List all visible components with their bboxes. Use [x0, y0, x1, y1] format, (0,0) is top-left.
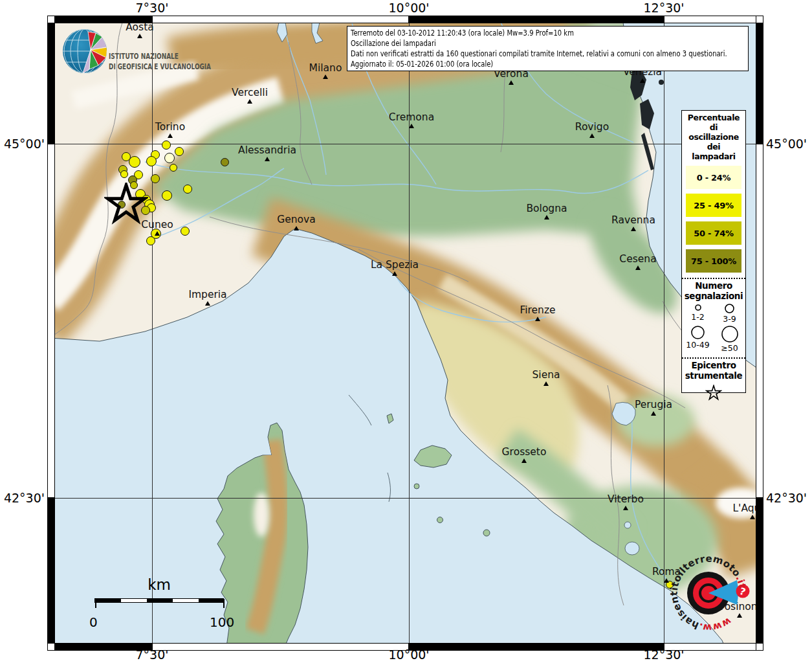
- scale-segment: [121, 599, 147, 602]
- city-marker: [543, 381, 549, 386]
- legend-title: Percentuale di oscillazione dei lampadar…: [682, 113, 745, 161]
- count-circle-icon: [690, 324, 706, 341]
- frame-right-seg: [756, 23, 763, 144]
- city-label: Ravenna: [588, 214, 679, 226]
- scale-bar: km 0 100: [80, 576, 248, 629]
- city-label: Rovigo: [547, 121, 637, 133]
- city-label: Alessandria: [222, 144, 313, 156]
- info-line-updated: Aggiornato il: 05-01-2026 01:00 (ora loc…: [351, 59, 666, 69]
- legend-count-item: ≥50: [716, 324, 744, 352]
- map-area: AostaMilanoVercelliTorinoCremonaVeronaVe…: [54, 23, 756, 643]
- count-circle-icon: [723, 302, 736, 315]
- scale-segment: [147, 599, 173, 602]
- legend-divider: [682, 278, 745, 279]
- frame-corner: [47, 643, 55, 651]
- city-label: Cuneo: [112, 219, 203, 230]
- scale-max-label: 100: [210, 614, 234, 630]
- legend-count-item: 10-49: [684, 324, 712, 352]
- intensity-point: [164, 153, 175, 163]
- ingv-name-line1: ISTITUTO NAZIONALE: [109, 51, 179, 61]
- city-label: Genova: [251, 214, 342, 225]
- scale-segment: [199, 599, 225, 602]
- axis-tick-left: 45°00': [0, 137, 45, 151]
- frame-bottom-seg: [152, 643, 409, 651]
- meridian-line: [152, 23, 153, 643]
- legend-classes: 0 - 24%25 - 49%50 - 74%75 - 100%: [682, 166, 745, 273]
- intensity-point: [183, 185, 192, 194]
- intensity-point: [129, 156, 140, 168]
- city-marker: [544, 215, 549, 219]
- frame-right-seg: [756, 144, 763, 498]
- legend-class-swatch: 0 - 24%: [686, 166, 741, 189]
- frame-left-seg: [47, 144, 55, 498]
- intensity-point: [146, 236, 155, 245]
- frame-top-seg: [54, 16, 152, 23]
- count-label: 1-2: [684, 313, 712, 321]
- axis-tick-top: 7°30': [120, 1, 184, 15]
- intensity-point: [162, 140, 171, 150]
- city-marker: [589, 133, 595, 138]
- city-marker: [640, 78, 645, 83]
- frame-top-seg: [664, 16, 756, 23]
- axis-tick-bottom: 12°30': [631, 647, 696, 662]
- legend-class-swatch: 50 - 74%: [686, 221, 741, 245]
- ingv-logo: ISTITUTO NAZIONALE DI GEOFISICA E VULCAN…: [60, 25, 273, 82]
- city-label: Viterbo: [580, 493, 671, 505]
- scale-segment: [95, 599, 121, 602]
- city-marker: [509, 80, 514, 85]
- legend-count-symbols: 1-23-910-49≥50: [682, 301, 745, 352]
- city-label: Vercelli: [204, 87, 295, 98]
- intensity-point: [170, 164, 177, 172]
- intensity-point: [221, 158, 229, 166]
- intensity-point: [146, 156, 157, 166]
- city-label: Bologna: [501, 203, 592, 214]
- count-label: ≥50: [716, 344, 744, 352]
- intensity-point: [151, 174, 160, 183]
- city-marker: [294, 226, 299, 230]
- city-marker: [409, 124, 414, 128]
- ingv-name-line2: DI GEOFISICA E VULCANOLOGIA: [109, 62, 211, 71]
- city-label: La Spezia: [349, 259, 440, 271]
- city-label: Siena: [501, 369, 591, 381]
- count-label: 3-9: [716, 315, 744, 323]
- city-marker: [168, 133, 173, 138]
- scale-bar-segments: [94, 598, 224, 603]
- scale-segment: [173, 599, 199, 602]
- legend-class-swatch: 25 - 49%: [686, 194, 741, 217]
- city-marker: [155, 231, 160, 236]
- city-label: L'Aquila: [707, 502, 756, 514]
- axis-tick-right: 42°30': [766, 491, 807, 505]
- city-marker: [205, 301, 210, 306]
- frame-top-seg: [409, 16, 664, 23]
- map-figure: AostaMilanoVercelliTorinoCremonaVeronaVe…: [0, 0, 812, 663]
- city-label: Torino: [125, 121, 215, 133]
- hsit-watermark-logo: ? www.haisentitoilterremoto.it: [657, 541, 756, 643]
- count-label: 10-49: [684, 341, 712, 349]
- parallel-line: [54, 144, 756, 144]
- frame-corner: [47, 16, 55, 23]
- frame-left-seg: [47, 498, 55, 644]
- frame-corner: [756, 643, 763, 651]
- city-label: Firenze: [492, 304, 583, 316]
- map-legend: Percentuale di oscillazione dei lampadar…: [681, 110, 746, 393]
- info-line-data: Dati non verificati estratti da 160 ques…: [351, 49, 666, 59]
- frame-top-seg: [152, 16, 409, 23]
- city-marker: [651, 411, 656, 416]
- legend-class-swatch: 75 - 100%: [686, 249, 741, 273]
- city-label: Perugia: [608, 399, 699, 410]
- city-marker: [323, 74, 328, 79]
- frame-right-seg: [756, 498, 763, 644]
- count-circle-icon: [720, 324, 740, 344]
- city-marker: [631, 227, 636, 231]
- legend-counts-title: Numero segnalazioni: [682, 280, 745, 301]
- city-marker: [623, 506, 628, 510]
- scale-unit-label: km: [94, 576, 224, 593]
- city-marker: [265, 157, 270, 161]
- frame-corner: [756, 16, 763, 23]
- city-marker: [247, 99, 252, 104]
- city-label: Grosseto: [479, 446, 569, 458]
- info-line-effect: Oscillazione dei lampadari: [351, 38, 666, 49]
- axis-tick-top: 12°30': [631, 1, 696, 15]
- frame-left-seg: [47, 23, 55, 144]
- axis-tick-left: 42°30': [0, 491, 45, 505]
